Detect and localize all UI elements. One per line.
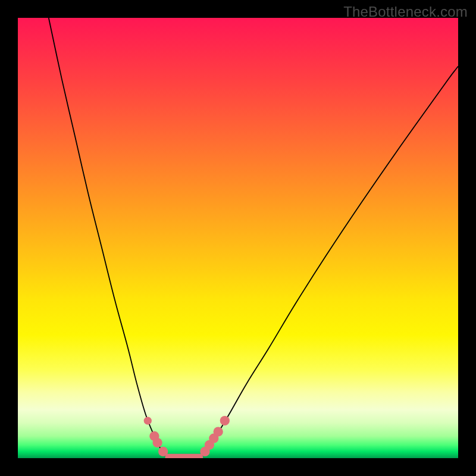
left-dot-3 — [158, 447, 168, 456]
right-dot-5 — [220, 416, 230, 425]
marker-group — [144, 416, 230, 456]
valley-pill — [165, 454, 203, 458]
left-small-dot — [144, 416, 152, 424]
figure-root: TheBottleneck.com — [0, 0, 476, 476]
right-dot-4 — [214, 427, 223, 436]
watermark-text: TheBottleneck.com — [343, 4, 468, 20]
right-curve — [201, 66, 458, 458]
left-curve — [49, 18, 168, 458]
left-dot-2 — [152, 438, 162, 447]
plot-area — [18, 18, 458, 458]
chart-svg — [18, 18, 458, 458]
